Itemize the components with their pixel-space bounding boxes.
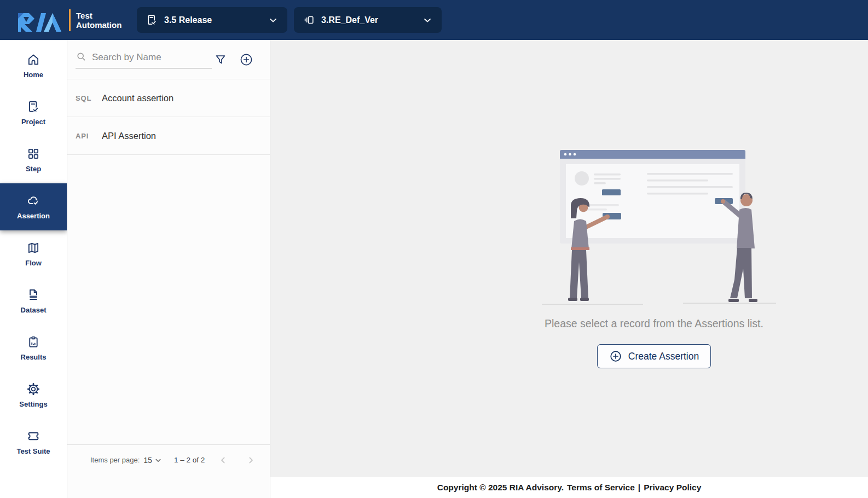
logo-divider: [69, 9, 71, 31]
version-dropdown-label: 3.RE_Def_Ver: [321, 15, 416, 25]
version-copies-icon: [303, 14, 315, 26]
main-area: Please select a record from the Assertio…: [270, 40, 868, 498]
test-suite-ticket-icon: [26, 429, 40, 443]
sidebar-item-settings[interactable]: Settings: [0, 372, 67, 419]
sidebar-item-label: Step: [26, 165, 41, 173]
next-page-button[interactable]: [244, 454, 257, 467]
plus-circle-icon: [239, 53, 253, 67]
filter-funnel-icon: [214, 53, 227, 66]
main-body: Please select a record from the Assertio…: [270, 40, 868, 477]
add-assertion-button[interactable]: [237, 50, 256, 69]
privacy-policy-link[interactable]: Privacy Policy: [644, 483, 701, 493]
sidebar-item-label: Results: [21, 353, 47, 361]
terms-of-service-link[interactable]: Terms of Service: [567, 483, 635, 493]
assertions-list-panel: SQL Account assertion API API Assertion …: [67, 40, 270, 498]
flow-map-icon: [26, 241, 40, 255]
items-per-page-select[interactable]: 15: [143, 455, 163, 465]
sidebar-item-project[interactable]: Project: [0, 89, 67, 136]
chevron-down-icon: [422, 15, 433, 26]
create-assertion-button[interactable]: Create Assertion: [597, 344, 711, 368]
version-dropdown[interactable]: 3.RE_Def_Ver: [294, 7, 442, 33]
sidebar-item-step[interactable]: Step: [0, 136, 67, 183]
empty-state-message: Please select a record from the Assertio…: [545, 317, 763, 330]
sidebar-item-home[interactable]: Home: [0, 42, 67, 89]
release-doc-check-icon: [146, 14, 158, 26]
empty-state: Please select a record from the Assertio…: [531, 144, 777, 368]
sidebar-item-dataset[interactable]: Dataset: [0, 277, 67, 325]
sidebar-item-label: Assertion: [17, 212, 50, 220]
home-icon: [26, 53, 40, 67]
search-icon: [76, 51, 87, 62]
ria-logo: Test Automation: [16, 8, 132, 33]
results-clipboard-icon: [26, 335, 40, 349]
sidebar-item-label: Home: [24, 71, 43, 79]
copyright-text: Copyright © 2025 RIA Advisory.: [437, 483, 564, 493]
dataset-doc-icon: [26, 288, 40, 302]
assertion-type-badge: API: [76, 132, 102, 140]
search-input[interactable]: [92, 52, 207, 63]
top-bar: Test Automation 3.5 Release 3.RE_Def_Ver: [0, 0, 868, 40]
sidebar-item-test-suite[interactable]: Test Suite: [0, 419, 67, 466]
assertions-list: SQL Account assertion API API Assertion: [67, 79, 270, 155]
search-field: [76, 51, 212, 68]
release-dropdown[interactable]: 3.5 Release: [137, 7, 287, 33]
sidebar-item-assertion[interactable]: Assertion: [0, 183, 67, 230]
chevron-left-icon: [218, 455, 229, 466]
chevron-right-icon: [245, 455, 256, 466]
pagination: Items per page: 15 1 – 2 of 2: [67, 444, 270, 475]
settings-gear-icon: [26, 382, 40, 396]
sidebar-item-label: Dataset: [21, 306, 47, 314]
step-grid-icon: [26, 147, 40, 161]
list-item-account-assertion[interactable]: SQL Account assertion: [67, 79, 270, 117]
app-title: Test Automation: [76, 11, 121, 30]
sidebar-item-label: Flow: [25, 259, 42, 267]
assertion-type-badge: SQL: [76, 94, 102, 102]
sidebar-item-label: Project: [21, 118, 45, 126]
sidebar-item-label: Settings: [19, 400, 47, 408]
chevron-down-icon: [153, 455, 163, 465]
sidebar-item-results[interactable]: Results: [0, 325, 67, 372]
assertion-name: Account assertion: [102, 93, 173, 103]
sidebar-item-flow[interactable]: Flow: [0, 230, 67, 277]
empty-state-illustration: [531, 144, 777, 308]
chevron-down-icon: [268, 15, 279, 26]
assertion-name: API Assertion: [102, 131, 156, 141]
sidebar-item-label: Test Suite: [16, 447, 50, 455]
items-per-page-label: Items per page:: [90, 456, 140, 464]
plus-circle-icon: [609, 350, 622, 363]
footer-separator: |: [638, 483, 640, 493]
ria-logo-icon: [16, 8, 67, 33]
filter-button[interactable]: [212, 51, 229, 68]
project-doc-check-icon: [26, 100, 40, 114]
pagination-range: 1 – 2 of 2: [174, 456, 205, 464]
assertion-cloud-check-icon: [26, 194, 40, 208]
list-item-api-assertion[interactable]: API API Assertion: [67, 117, 270, 155]
sidebar: Home Project Step: [0, 40, 67, 498]
release-dropdown-label: 3.5 Release: [164, 15, 262, 25]
footer: Copyright © 2025 RIA Advisory. Terms of …: [270, 477, 868, 498]
prev-page-button[interactable]: [217, 454, 230, 467]
search-row: [67, 40, 270, 79]
